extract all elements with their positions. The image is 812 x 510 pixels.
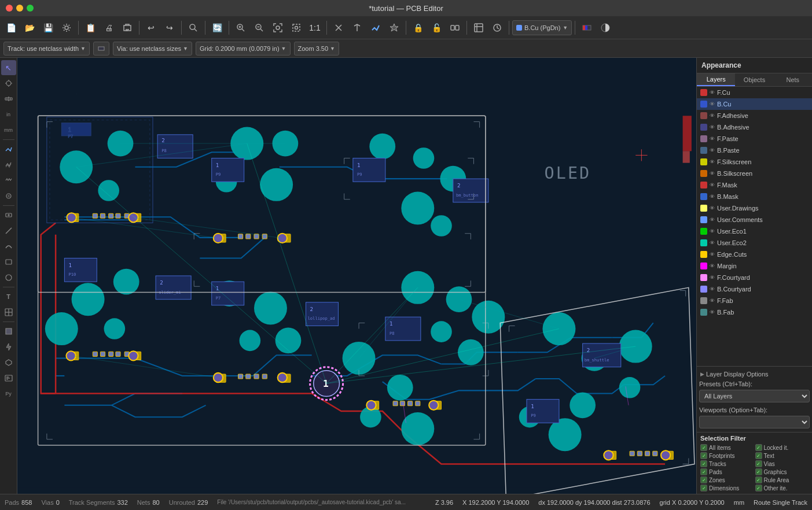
copy-button[interactable]: 📋 (82, 19, 99, 36)
layer-visibility-0[interactable]: 👁 (710, 90, 715, 95)
layer-item-f-silkscreen[interactable]: 👁F.Silkscreen (697, 156, 812, 168)
close-button[interactable] (6, 5, 13, 12)
sf-item-3[interactable]: ✓Text (755, 452, 809, 459)
layer-visibility-4[interactable]: 👁 (710, 136, 715, 142)
layer-item-b-adhesive[interactable]: 👁B.Adhesive (697, 121, 812, 133)
highlight-button[interactable] (385, 19, 403, 36)
layer-visibility-11[interactable]: 👁 (710, 217, 715, 223)
layer-item-b-fab[interactable]: 👁B.Fab (697, 306, 812, 318)
layer-visibility-10[interactable]: 👁 (710, 205, 715, 211)
scripting-console[interactable] (1, 371, 16, 386)
track-width-selector[interactable]: Track: use netclass width ▼ (3, 42, 90, 56)
sf-item-9[interactable]: ✓Rule Area (755, 476, 809, 483)
layer-visibility-3[interactable]: 👁 (710, 124, 715, 130)
add-via[interactable] (1, 189, 16, 204)
sf-check-3[interactable]: ✓ (755, 452, 762, 459)
unlock-button[interactable]: 🔓 (428, 19, 445, 36)
pcb-canvas-area[interactable]: 1 P7 (17, 58, 696, 494)
length-tuning[interactable] (1, 173, 16, 188)
tab-objects[interactable]: Objects (735, 73, 773, 86)
draw-line[interactable] (1, 223, 16, 238)
fill-zone[interactable] (1, 324, 16, 339)
sf-check-7[interactable]: ✓ (755, 468, 762, 475)
layer-item-b-silkscreen[interactable]: 👁B.Silkscreen (697, 168, 812, 179)
layer-visibility-8[interactable]: 👁 (710, 182, 715, 188)
sf-item-0[interactable]: ✓All items (700, 444, 754, 451)
search-button[interactable] (185, 19, 202, 36)
layer-visibility-9[interactable]: 👁 (710, 194, 715, 199)
print-button[interactable]: 🖨 (100, 19, 117, 36)
draw-circle[interactable] (1, 270, 16, 285)
sf-item-1[interactable]: ✓Locked it. (755, 444, 809, 451)
layer-item-b-paste[interactable]: 👁B.Paste (697, 145, 812, 156)
layer-item-user-comments[interactable]: 👁User.Comments (697, 214, 812, 226)
layer-visibility-12[interactable]: 👁 (710, 228, 715, 234)
layer-visibility-6[interactable]: 👁 (710, 159, 715, 165)
maximize-button[interactable] (27, 5, 34, 12)
layer-visibility-2[interactable]: 👁 (710, 113, 715, 119)
zoom-out-button[interactable] (251, 19, 268, 36)
high-contrast-button[interactable] (597, 19, 614, 36)
route-single-track[interactable] (1, 142, 16, 157)
layer-item-user-eco2[interactable]: 👁User.Eco2 (697, 237, 812, 249)
mirror-button[interactable] (330, 19, 347, 36)
sf-check-5[interactable]: ✓ (755, 460, 762, 467)
refresh-button[interactable]: 🔄 (208, 19, 226, 36)
zoom-fit-button[interactable] (269, 19, 286, 36)
table-tool[interactable] (1, 305, 16, 320)
python-tool[interactable]: Py (1, 386, 16, 401)
zoom-area-button[interactable] (288, 19, 305, 36)
sf-item-5[interactable]: ✓Vias (755, 460, 809, 467)
sf-item-4[interactable]: ✓Tracks (700, 460, 754, 467)
route-button[interactable] (367, 19, 384, 36)
tab-layers[interactable]: Layers (697, 73, 735, 86)
layer-item-margin[interactable]: 👁Margin (697, 260, 812, 272)
new-button[interactable]: 📄 (2, 19, 20, 36)
inch-toggle[interactable]: in (1, 107, 16, 122)
layer-vis-button[interactable] (578, 19, 596, 36)
layer-item-b-mask[interactable]: 👁B.Mask (697, 191, 812, 202)
tab-nets[interactable]: Nets (774, 73, 812, 86)
add-component[interactable] (1, 208, 16, 223)
layer-visibility-19[interactable]: 👁 (710, 309, 715, 315)
sf-item-6[interactable]: ✓Pads (700, 468, 754, 475)
netlist-button[interactable] (470, 19, 487, 36)
layer-visibility-13[interactable]: 👁 (710, 240, 715, 246)
layer-item-f-courtyard[interactable]: 👁F.Courtyard (697, 272, 812, 283)
presets-select[interactable]: All Layers (699, 390, 810, 402)
layer-visibility-14[interactable]: 👁 (710, 252, 715, 257)
group-button[interactable] (446, 19, 464, 36)
layer-item-f-cu[interactable]: 👁F.Cu (697, 87, 812, 98)
zoom-actual-button[interactable]: 1:1 (306, 19, 324, 36)
minimize-button[interactable] (16, 5, 23, 12)
sf-item-2[interactable]: ✓Footprints (700, 452, 754, 459)
save-button[interactable]: 💾 (39, 19, 57, 36)
sf-item-11[interactable]: ✓Other ite. (755, 485, 809, 491)
layers-list[interactable]: 👁F.Cu👁B.Cu👁F.Adhesive👁B.Adhesive👁F.Paste… (697, 87, 812, 366)
layer-visibility-7[interactable]: 👁 (710, 171, 715, 176)
layer-item-f-adhesive[interactable]: 👁F.Adhesive (697, 110, 812, 121)
layer-visibility-18[interactable]: 👁 (710, 298, 715, 304)
layer-selector[interactable]: B.Cu (PgDn) ▼ (512, 20, 572, 35)
layer-display-options[interactable]: ▶ Layer Display Options (699, 369, 810, 379)
3d-view-tool[interactable] (1, 355, 16, 370)
route-diff-pair[interactable] (1, 157, 16, 172)
grid-selector[interactable]: Grid: 0.2000 mm (0.0079 in) ▼ (196, 42, 291, 56)
sf-check-4[interactable]: ✓ (700, 460, 707, 467)
zoom-in-button[interactable] (232, 19, 249, 36)
layer-item-b-courtyard[interactable]: 👁B.Courtyard (697, 283, 812, 295)
print2-button[interactable] (119, 19, 136, 36)
zoom-level[interactable]: Zoom 3.50 ▼ (294, 42, 340, 56)
layer-item-f-paste[interactable]: 👁F.Paste (697, 133, 812, 145)
sf-check-2[interactable]: ✓ (700, 452, 707, 459)
sf-check-8[interactable]: ✓ (700, 476, 707, 483)
pcb-update-button[interactable] (488, 19, 506, 36)
measure-tool[interactable] (1, 91, 16, 106)
layer-item-f-mask[interactable]: 👁F.Mask (697, 179, 812, 191)
open-button[interactable]: 📂 (21, 19, 38, 36)
layer-visibility-1[interactable]: 👁 (710, 101, 715, 107)
via-size-selector[interactable]: Via: use netclass sizes ▼ (113, 42, 192, 56)
lock-button[interactable]: 🔒 (409, 19, 427, 36)
sf-item-8[interactable]: ✓Zones (700, 476, 754, 483)
inspect-tool[interactable] (1, 339, 16, 354)
